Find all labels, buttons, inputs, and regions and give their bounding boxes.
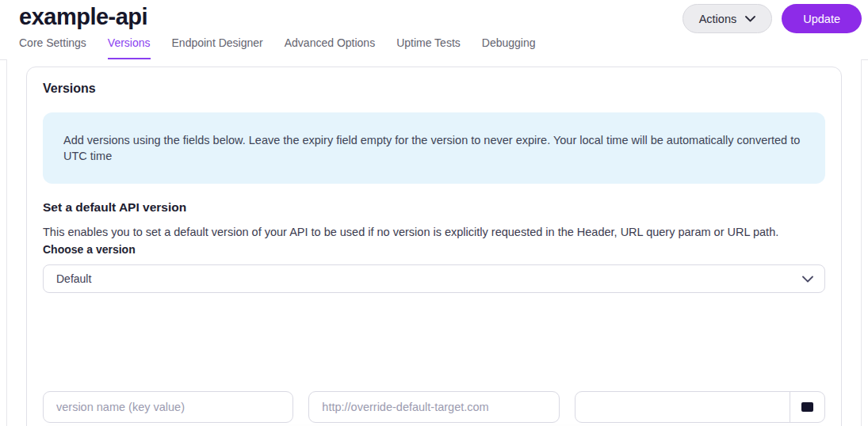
expiry-date-input[interactable]: [575, 392, 790, 422]
update-button[interactable]: Update: [782, 4, 862, 33]
card-title: Versions: [43, 82, 825, 96]
tab-debugging[interactable]: Debugging: [482, 36, 536, 59]
tab-endpoint-designer[interactable]: Endpoint Designer: [172, 36, 263, 59]
calendar-icon: [801, 402, 813, 412]
tab-uptime-tests[interactable]: Uptime Tests: [396, 36, 461, 59]
version-name-field: [43, 391, 293, 423]
date-picker-button[interactable]: [790, 392, 824, 422]
actions-button-label: Actions: [699, 13, 737, 25]
tab-core-settings[interactable]: Core Settings: [19, 36, 86, 59]
chevron-down-icon: [802, 276, 813, 283]
new-version-row: [43, 391, 825, 423]
chevron-down-icon: [745, 16, 755, 22]
version-name-input[interactable]: [44, 392, 293, 422]
header-actions: Actions Update: [683, 4, 862, 33]
tab-advanced-options[interactable]: Advanced Options: [285, 36, 375, 59]
content-frame: Versions Add versions using the fields b…: [6, 59, 862, 426]
override-target-input[interactable]: [309, 392, 558, 422]
page-header: example-api Actions Update Core Settings…: [0, 0, 868, 60]
section-description: This enables you to set a default versio…: [43, 225, 825, 240]
tab-versions[interactable]: Versions: [108, 36, 151, 59]
info-banner: Add versions using the fields below. Lea…: [43, 112, 825, 184]
override-target-field: [308, 391, 559, 423]
version-select-value: Default: [56, 272, 91, 285]
section-title-default-version: Set a default API version: [43, 200, 825, 215]
choose-version-label: Choose a version: [43, 243, 825, 256]
version-select-area: Default Default v2: [43, 264, 825, 423]
version-select[interactable]: Default: [43, 264, 825, 293]
versions-card: Versions Add versions using the fields b…: [26, 67, 842, 426]
update-button-label: Update: [803, 13, 840, 25]
info-banner-text: Add versions using the fields below. Lea…: [63, 134, 800, 162]
expiry-field: [575, 391, 825, 423]
tab-bar: Core Settings Versions Endpoint Designer…: [0, 36, 868, 59]
actions-button[interactable]: Actions: [683, 4, 773, 33]
